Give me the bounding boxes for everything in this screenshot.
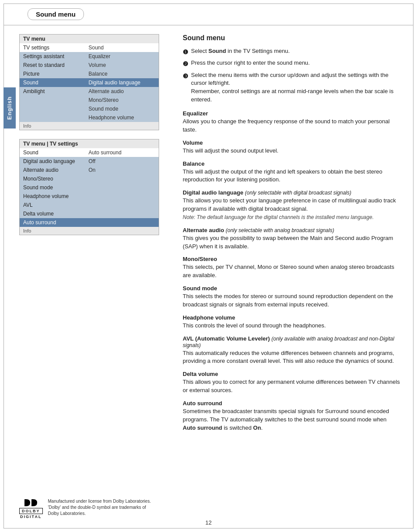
section-note-digital-audio: Note: The default language for the digit… <box>183 214 374 220</box>
menu-row-settings-assistant: Settings assistantEqualizer <box>20 52 159 61</box>
section-heading-equalizer: Equalizer <box>183 110 400 117</box>
main-content: TV menu TV settingsSound Settings assist… <box>3 25 414 519</box>
section-heading-digital-audio: Digital audio language (only selectable … <box>183 189 400 196</box>
menu2-row-sound-mode: Sound mode <box>20 183 159 192</box>
steps-list: ❶ Select Sound in the TV Settings menu. … <box>183 47 400 104</box>
dolby-text: DOLBY <box>19 508 43 514</box>
menu-row-ambilight: AmbilightAlternate audio <box>20 87 159 96</box>
step-2-text: Press the cursor right to enter the soun… <box>191 59 310 67</box>
menu-row-picture: PictureBalance <box>20 70 159 78</box>
dolby-logo: DOLBY DIGITAL <box>19 498 43 519</box>
section-body-balance: This will adjust the output of the right… <box>183 168 400 184</box>
dolby-caption: Manufactured under license from Dolby La… <box>48 498 151 517</box>
menu2-row-alternate-audio: Alternate audioOn <box>20 166 159 174</box>
menu-row-empty1: Mono/Stereo <box>20 96 159 104</box>
step-3-num: ❸ <box>183 72 188 80</box>
menu-row-sound: SoundDigital audio language <box>20 78 159 87</box>
section-heading-alternate-audio: Alternate audio (only selectable with an… <box>183 227 400 233</box>
section-heading-alternate-audio-extra: (only selectable with analog broadcast s… <box>226 227 334 233</box>
tv-menu-2-info: Info <box>20 227 159 235</box>
section-heading-avl: AVL (Automatic Volume Leveler) (only ava… <box>183 335 400 348</box>
menu2-row-mono-stereo: Mono/Stereo <box>20 174 159 183</box>
section-heading-balance: Balance <box>183 160 400 167</box>
section-body-avl: This automatically reduces the volume di… <box>183 349 400 366</box>
dolby-section: DOLBY DIGITAL Manufactured under license… <box>19 498 159 519</box>
step-1-text: Select Sound in the TV Settings menu. <box>191 47 290 56</box>
tv-menu-2-header: TV menu | TV settings <box>20 139 159 149</box>
menu2-row-sound: SoundAuto surround <box>20 148 159 157</box>
section-heading-headphone-volume: Headphone volume <box>183 314 400 321</box>
menu2-row-auto-surround: Auto surround <box>20 218 159 227</box>
section-body-auto-surround: Sometimes the broadcaster transmits spec… <box>183 407 400 432</box>
menu2-row-delta-volume: Delta volume <box>20 209 159 218</box>
step-3: ❸ Select the menu items with the cursor … <box>183 71 400 104</box>
section-heading-digital-audio-extra: (only selectable with digital broadcast … <box>245 190 351 196</box>
section-body-headphone-volume: This controls the level of sound through… <box>183 322 400 330</box>
tv-menu-table-2: TV menu | TV settings SoundAuto surround… <box>19 139 159 235</box>
menu2-row-headphone: Headphone volume <box>20 192 159 201</box>
section-heading-volume: Volume <box>183 139 400 146</box>
menu2-row-avl: AVL <box>20 201 159 209</box>
section-body-delta-volume: This allows you to correct for any perma… <box>183 378 400 395</box>
menu-row-tv-settings: TV settingsSound <box>20 43 159 52</box>
step-2: ❷ Press the cursor right to enter the so… <box>183 59 400 68</box>
menu2-row-digital-audio: Digital audio languageOff <box>20 157 159 166</box>
page-header: Sound menu <box>3 3 414 25</box>
tv-menu-table-1: TV menu TV settingsSound Settings assist… <box>19 34 159 130</box>
menu-row-empty3: Headphone volume <box>20 113 159 122</box>
dolby-digital-text: DIGITAL <box>20 515 42 519</box>
menu-row-empty2: Sound mode <box>20 104 159 113</box>
menu-row-reset: Reset to standardVolume <box>20 61 159 70</box>
tv-menu-1-info: Info <box>20 122 159 130</box>
section-heading-sound-mode: Sound mode <box>183 285 400 292</box>
svg-rect-1 <box>31 499 33 506</box>
step-3-text: Select the menu items with the cursor up… <box>191 71 400 104</box>
dolby-d2-icon <box>31 499 37 507</box>
section-body-digital-audio: This allows you to select your language … <box>183 197 400 222</box>
left-panel: TV menu TV settingsSound Settings assist… <box>3 25 174 519</box>
page-number: 12 <box>205 519 212 526</box>
tv-menu-1-header: TV menu <box>20 35 159 44</box>
section-heading-mono-stereo: Mono/Stereo <box>183 256 400 262</box>
page-border-bottom <box>3 528 414 529</box>
step-1: ❶ Select Sound in the TV Settings menu. <box>183 47 400 56</box>
section-heading-auto-surround: Auto surround <box>183 400 400 407</box>
section-heading-delta-volume: Delta volume <box>183 371 400 377</box>
dolby-d1-icon <box>24 499 30 507</box>
step-2-num: ❷ <box>183 59 188 68</box>
right-panel-title: Sound menu <box>183 34 400 42</box>
section-body-alternate-audio: This gives you the possibility to swap b… <box>183 234 400 251</box>
page-title: Sound menu <box>28 8 84 20</box>
step-1-num: ❶ <box>183 48 188 56</box>
section-body-equalizer: Allows you to change the frequency respo… <box>183 118 400 134</box>
section-body-sound-mode: This selects the modes for stereo or sur… <box>183 292 400 309</box>
section-body-volume: This will adjust the sound output level. <box>183 147 400 155</box>
section-body-mono-stereo: This selects, per TV channel, Mono or St… <box>183 263 400 280</box>
right-panel: Sound menu ❶ Select Sound in the TV Sett… <box>174 25 414 519</box>
svg-rect-0 <box>24 499 26 506</box>
dolby-dd-symbol <box>24 498 38 507</box>
